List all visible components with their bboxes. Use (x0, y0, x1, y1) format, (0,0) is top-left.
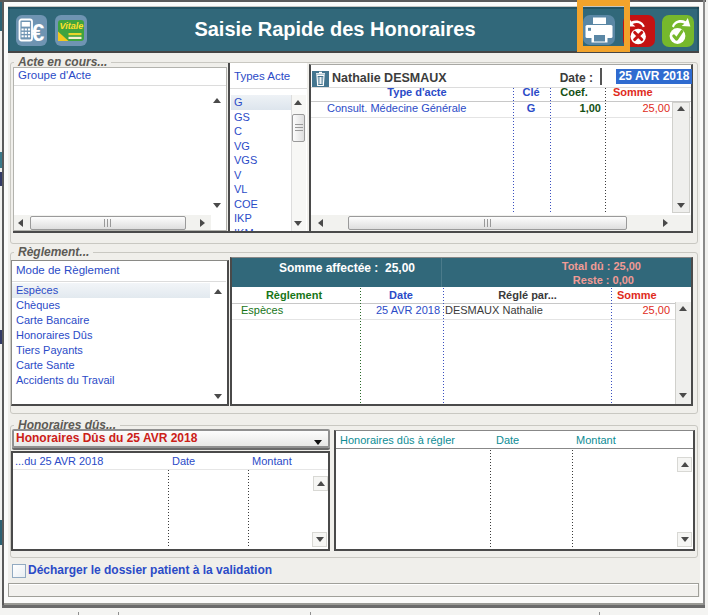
svg-text:Vitale: Vitale (60, 21, 84, 31)
svg-text:€: € (32, 20, 45, 46)
